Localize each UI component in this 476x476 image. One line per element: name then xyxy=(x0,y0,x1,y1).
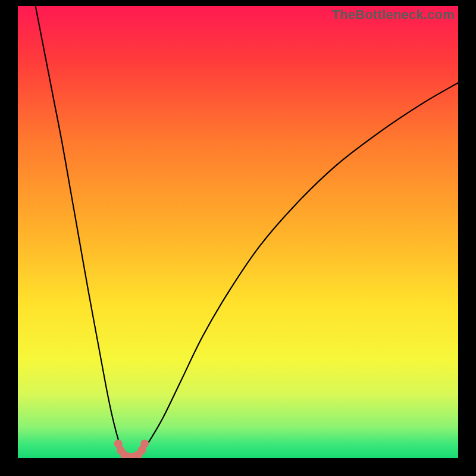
valley-marker-dot xyxy=(140,440,149,448)
bottleneck-chart xyxy=(18,6,458,458)
chart-frame xyxy=(18,6,458,458)
watermark-text: TheBottleneck.com xyxy=(332,7,455,23)
chart-background xyxy=(18,6,458,458)
